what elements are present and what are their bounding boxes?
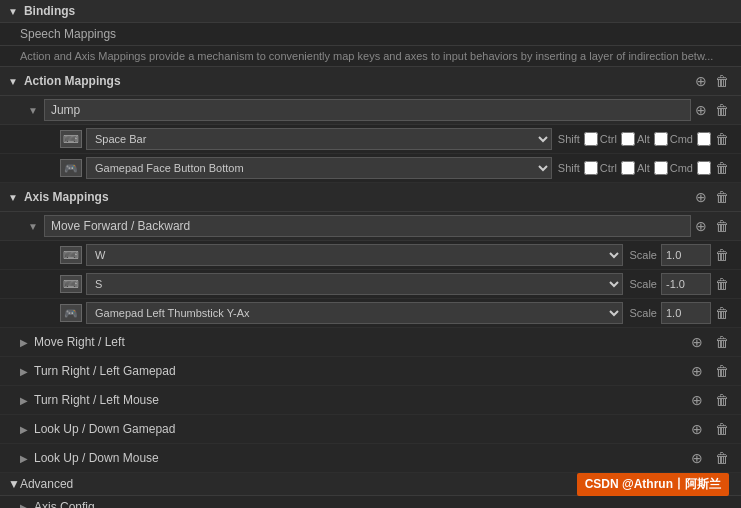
speech-mappings-label: Speech Mappings	[20, 27, 116, 41]
look-up-gamepad-add-button[interactable]: ⊕	[687, 419, 707, 439]
gamepad-icon: 🎮	[60, 159, 82, 177]
scale-label-w: Scale	[629, 249, 657, 261]
move-right-add-button[interactable]: ⊕	[687, 332, 707, 352]
move-forward-row-w-delete[interactable]: 🗑	[711, 245, 733, 265]
look-up-gamepad-label: Look Up / Down Gamepad	[34, 422, 687, 436]
look-up-gamepad-row[interactable]: ▶ Look Up / Down Gamepad ⊕ 🗑	[0, 415, 741, 444]
axis-mappings-add-button[interactable]: ⊕	[691, 187, 711, 207]
move-forward-row-gamepad: 🎮 Gamepad Left Thumbstick Y-Ax Scale 🗑	[0, 299, 741, 328]
move-forward-header: ▼ ⊕ 🗑	[0, 212, 741, 241]
move-forward-add-button[interactable]: ⊕	[691, 216, 711, 236]
scale-group-gamepad: Scale	[629, 302, 711, 324]
move-right-triangle: ▶	[20, 337, 28, 348]
move-forward-row-gamepad-delete[interactable]: 🗑	[711, 303, 733, 323]
scale-label-s: Scale	[629, 278, 657, 290]
keyboard-icon-s: ⌨	[60, 275, 82, 293]
scale-input-s[interactable]	[661, 273, 711, 295]
move-forward-name-input[interactable]	[44, 215, 691, 237]
axis-mappings-header[interactable]: ▼ Axis Mappings ⊕ 🗑	[0, 183, 741, 212]
look-up-mouse-controls: ⊕ 🗑	[687, 448, 733, 468]
bindings-header[interactable]: ▼ Bindings	[0, 0, 741, 23]
jump-modifiers-2: Shift Ctrl Alt Cmd	[558, 161, 711, 175]
jump-row-spacebar: ⌨ Space Bar Shift Ctrl Alt Cmd 🗑	[0, 125, 741, 154]
jump-modifiers-1: Shift Ctrl Alt Cmd	[558, 132, 711, 146]
look-up-mouse-row[interactable]: ▶ Look Up / Down Mouse ⊕ 🗑	[0, 444, 741, 473]
jump-add-button[interactable]: ⊕	[691, 100, 711, 120]
cmd-check-2[interactable]	[697, 161, 711, 175]
jump-row1-delete-button[interactable]: 🗑	[711, 129, 733, 149]
turn-right-gamepad-row[interactable]: ▶ Turn Right / Left Gamepad ⊕ 🗑	[0, 357, 741, 386]
turn-right-gamepad-controls: ⊕ 🗑	[687, 361, 733, 381]
ctrl-check-1[interactable]	[621, 132, 635, 146]
speech-mappings-item: Speech Mappings	[0, 23, 741, 46]
alt-check-1[interactable]	[654, 132, 668, 146]
look-up-gamepad-delete-button[interactable]: 🗑	[711, 419, 733, 439]
advanced-triangle: ▼	[8, 477, 20, 491]
axis-config-row: ▶ Axis Config	[0, 496, 741, 508]
action-mappings-label: Action Mappings	[24, 74, 691, 88]
cmd-label-2: Cmd	[670, 162, 693, 174]
move-right-delete-button[interactable]: 🗑	[711, 332, 733, 352]
action-mappings-triangle: ▼	[8, 76, 18, 87]
ctrl-label-1: Ctrl	[600, 133, 617, 145]
axis-config-triangle: ▶	[20, 502, 28, 509]
move-forward-group: ▼ ⊕ 🗑 ⌨ W Scale 🗑 ⌨ S Scale 🗑 🎮 Gamepad …	[0, 212, 741, 328]
move-right-row[interactable]: ▶ Move Right / Left ⊕ 🗑	[0, 328, 741, 357]
look-up-gamepad-controls: ⊕ 🗑	[687, 419, 733, 439]
jump-name-input[interactable]	[44, 99, 691, 121]
bindings-label: Bindings	[24, 4, 75, 18]
scale-group-w: Scale	[629, 244, 711, 266]
move-forward-row-w: ⌨ W Scale 🗑	[0, 241, 741, 270]
action-mappings-add-button[interactable]: ⊕	[691, 71, 711, 91]
shift-check-2[interactable]	[584, 161, 598, 175]
jump-delete-button[interactable]: 🗑	[711, 100, 733, 120]
jump-item-header: ▼ ⊕ 🗑	[0, 96, 741, 125]
turn-right-mouse-triangle: ▶	[20, 395, 28, 406]
turn-right-gamepad-delete-button[interactable]: 🗑	[711, 361, 733, 381]
turn-right-gamepad-add-button[interactable]: ⊕	[687, 361, 707, 381]
alt-label-1: Alt	[637, 133, 650, 145]
action-mappings-delete-button[interactable]: 🗑	[711, 71, 733, 91]
turn-right-mouse-delete-button[interactable]: 🗑	[711, 390, 733, 410]
jump-key-select-1[interactable]: Space Bar	[86, 128, 552, 150]
action-mappings-header[interactable]: ▼ Action Mappings ⊕ 🗑	[0, 67, 741, 96]
look-up-mouse-add-button[interactable]: ⊕	[687, 448, 707, 468]
turn-right-gamepad-label: Turn Right / Left Gamepad	[34, 364, 687, 378]
look-up-mouse-triangle: ▶	[20, 453, 28, 464]
move-forward-delete-button[interactable]: 🗑	[711, 216, 733, 236]
move-forward-key-gamepad[interactable]: Gamepad Left Thumbstick Y-Ax	[86, 302, 623, 324]
ctrl-check-2[interactable]	[621, 161, 635, 175]
shift-label-2: Shift	[558, 162, 580, 174]
cmd-check-1[interactable]	[697, 132, 711, 146]
move-forward-row-s-delete[interactable]: 🗑	[711, 274, 733, 294]
gamepad-icon-y: 🎮	[60, 304, 82, 322]
scale-input-w[interactable]	[661, 244, 711, 266]
alt-check-2[interactable]	[654, 161, 668, 175]
turn-right-mouse-add-button[interactable]: ⊕	[687, 390, 707, 410]
axis-mappings-triangle: ▼	[8, 192, 18, 203]
turn-right-mouse-row[interactable]: ▶ Turn Right / Left Mouse ⊕ 🗑	[0, 386, 741, 415]
jump-mapping-group: ▼ ⊕ 🗑 ⌨ Space Bar Shift Ctrl Alt Cmd 🗑 🎮…	[0, 96, 741, 183]
axis-config-label: Axis Config	[34, 500, 95, 508]
move-forward-triangle: ▼	[28, 221, 38, 232]
move-forward-key-w[interactable]: W	[86, 244, 623, 266]
move-right-controls: ⊕ 🗑	[687, 332, 733, 352]
jump-key-select-2[interactable]: Gamepad Face Button Bottom	[86, 157, 552, 179]
shift-label-1: Shift	[558, 133, 580, 145]
shift-check-1[interactable]	[584, 132, 598, 146]
jump-row-gamepad: 🎮 Gamepad Face Button Bottom Shift Ctrl …	[0, 154, 741, 183]
jump-row2-delete-button[interactable]: 🗑	[711, 158, 733, 178]
move-forward-key-s[interactable]: S	[86, 273, 623, 295]
look-up-gamepad-triangle: ▶	[20, 424, 28, 435]
turn-right-mouse-label: Turn Right / Left Mouse	[34, 393, 687, 407]
look-up-mouse-label: Look Up / Down Mouse	[34, 451, 687, 465]
alt-label-2: Alt	[637, 162, 650, 174]
axis-mappings-label: Axis Mappings	[24, 190, 691, 204]
ctrl-label-2: Ctrl	[600, 162, 617, 174]
move-right-label: Move Right / Left	[34, 335, 687, 349]
cmd-label-1: Cmd	[670, 133, 693, 145]
look-up-mouse-delete-button[interactable]: 🗑	[711, 448, 733, 468]
scale-input-gamepad[interactable]	[661, 302, 711, 324]
jump-triangle: ▼	[28, 105, 38, 116]
axis-mappings-delete-button[interactable]: 🗑	[711, 187, 733, 207]
